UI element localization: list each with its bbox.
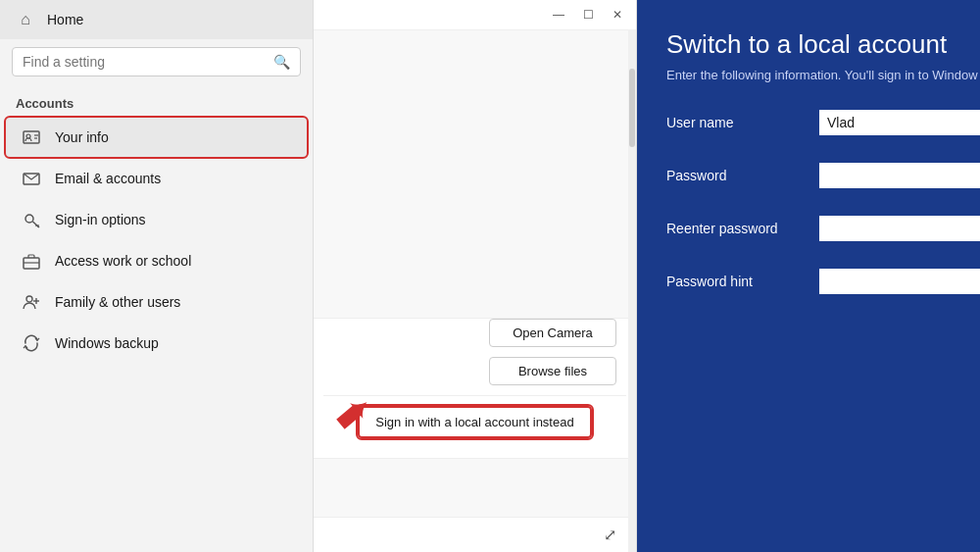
window-titlebar: — ☐ ✕ <box>314 0 636 30</box>
sidebar-item-your-info[interactable]: Your info <box>6 118 307 157</box>
page-subtitle: Enter the following information. You'll … <box>666 68 980 82</box>
key-icon <box>22 210 41 229</box>
maximize-button[interactable]: ☐ <box>577 6 599 24</box>
svg-point-11 <box>26 296 32 302</box>
search-box[interactable]: 🔍 <box>12 47 301 76</box>
middle-content: Open Camera Browse files ➨ Sign in with … <box>314 30 636 552</box>
password-hint-row: Password hint <box>666 269 980 294</box>
sidebar-item-backup[interactable]: Windows backup <box>6 324 307 363</box>
username-input[interactable] <box>819 110 980 135</box>
backup-label: Windows backup <box>55 335 159 351</box>
home-icon: ⌂ <box>16 10 35 29</box>
password-hint-input[interactable] <box>819 269 980 294</box>
svg-rect-0 <box>24 131 39 143</box>
family-label: Family & other users <box>55 294 180 310</box>
password-label: Password <box>666 168 804 183</box>
local-account-button[interactable]: Sign in with a local account instead <box>358 406 591 438</box>
search-input[interactable] <box>23 54 266 70</box>
sync-icon <box>22 333 41 353</box>
sidebar-item-family[interactable]: Family & other users <box>6 282 307 322</box>
person-add-icon <box>22 292 41 312</box>
home-label: Home <box>47 12 83 27</box>
settings-sidebar: ⌂ Home 🔍 Accounts Your info Email & a <box>0 0 314 552</box>
external-link-area[interactable]: ⤢ <box>314 517 636 552</box>
username-row: User name <box>666 110 980 135</box>
sidebar-item-home[interactable]: ⌂ Home <box>0 0 313 39</box>
briefcase-icon <box>22 251 41 271</box>
external-link-icon[interactable]: ⤢ <box>604 526 616 544</box>
camera-btn-area: Open Camera Browse files <box>314 319 636 385</box>
username-label: User name <box>666 115 804 130</box>
sidebar-item-email-accounts[interactable]: Email & accounts <box>6 159 307 198</box>
browse-files-button[interactable]: Browse files <box>489 357 616 385</box>
close-button[interactable]: ✕ <box>607 6 628 24</box>
scrollbar[interactable] <box>628 29 636 552</box>
svg-point-5 <box>25 215 33 223</box>
password-input[interactable] <box>819 163 980 188</box>
page-title: Switch to a local account <box>666 29 980 60</box>
right-panel: Switch to a local account Enter the foll… <box>637 0 980 552</box>
reenter-password-input[interactable] <box>819 216 980 241</box>
email-icon <box>22 169 41 188</box>
sidebar-item-work-school[interactable]: Access work or school <box>6 241 307 280</box>
work-school-label: Access work or school <box>55 253 191 269</box>
email-accounts-label: Email & accounts <box>55 171 161 186</box>
password-hint-label: Password hint <box>666 274 804 289</box>
accounts-section-label: Accounts <box>0 84 313 117</box>
open-camera-button[interactable]: Open Camera <box>489 319 616 347</box>
reenter-password-row: Reenter password <box>666 216 980 241</box>
password-row: Password <box>666 163 980 188</box>
scrollbar-thumb[interactable] <box>629 69 635 147</box>
search-icon: 🔍 <box>273 54 290 70</box>
your-info-label: Your info <box>55 129 109 145</box>
sign-in-label: Sign-in options <box>55 212 146 227</box>
svg-point-1 <box>26 134 30 138</box>
person-card-icon <box>22 127 41 147</box>
sidebar-item-sign-in[interactable]: Sign-in options <box>6 200 307 239</box>
minimize-button[interactable]: — <box>548 6 569 24</box>
reenter-password-label: Reenter password <box>666 221 804 236</box>
local-account-btn-wrapper: ➨ Sign in with a local account instead <box>314 396 636 458</box>
middle-panel: — ☐ ✕ Open Camera Browse files ➨ Sign in… <box>314 0 637 552</box>
